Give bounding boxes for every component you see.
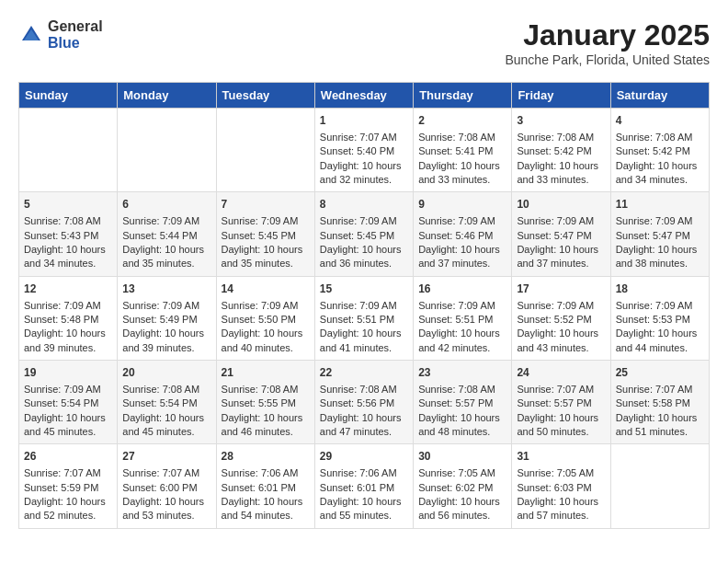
day-info: and 55 minutes.	[320, 509, 408, 523]
logo-icon	[18, 22, 44, 48]
day-info: Sunrise: 7:09 AM	[616, 299, 704, 313]
calendar-cell: 31Sunrise: 7:05 AMSunset: 6:03 PMDayligh…	[512, 444, 610, 528]
day-info: Sunset: 5:44 PM	[122, 229, 210, 243]
day-info: Sunrise: 7:09 AM	[616, 214, 704, 228]
day-info: Daylight: 10 hours	[418, 327, 506, 340]
day-info: Sunset: 5:43 PM	[24, 229, 112, 243]
day-number: 13	[122, 282, 210, 297]
calendar-cell: 25Sunrise: 7:07 AMSunset: 5:58 PMDayligh…	[610, 361, 709, 444]
day-number: 30	[418, 449, 506, 465]
day-info: Sunrise: 7:06 AM	[222, 466, 310, 480]
day-info: Sunset: 5:45 PM	[222, 229, 310, 243]
day-info: Sunrise: 7:09 AM	[24, 383, 112, 396]
day-number: 5	[24, 197, 112, 213]
weekday-header-monday: Monday	[118, 83, 216, 109]
day-info: and 37 minutes.	[418, 257, 506, 270]
day-info: Daylight: 10 hours	[418, 243, 506, 257]
day-info: Daylight: 10 hours	[24, 327, 112, 340]
calendar-cell: 16Sunrise: 7:09 AMSunset: 5:51 PMDayligh…	[414, 276, 512, 360]
day-info: Daylight: 10 hours	[517, 495, 605, 509]
day-number: 27	[122, 449, 210, 465]
day-info: Sunset: 5:48 PM	[24, 313, 112, 327]
calendar-cell: 9Sunrise: 7:09 AMSunset: 5:46 PMDaylight…	[414, 192, 512, 276]
day-info: and 35 minutes.	[222, 257, 310, 270]
day-info: and 53 minutes.	[122, 509, 210, 523]
day-info: Sunrise: 7:09 AM	[122, 299, 210, 313]
weekday-header-saturday: Saturday	[610, 83, 709, 109]
day-info: Sunrise: 7:09 AM	[24, 299, 112, 313]
calendar-cell	[19, 109, 118, 192]
day-info: Sunrise: 7:09 AM	[418, 299, 506, 313]
day-number: 8	[320, 197, 408, 213]
day-info: Daylight: 10 hours	[517, 243, 605, 257]
day-info: Sunrise: 7:09 AM	[222, 214, 310, 228]
day-info: Daylight: 10 hours	[616, 411, 704, 425]
day-info: Daylight: 10 hours	[222, 411, 310, 425]
day-number: 15	[320, 282, 408, 297]
day-info: Sunset: 6:00 PM	[122, 481, 210, 495]
day-info: Sunset: 5:59 PM	[24, 481, 112, 495]
day-info: Sunrise: 7:08 AM	[222, 383, 310, 396]
week-row-2: 5Sunrise: 7:08 AMSunset: 5:43 PMDaylight…	[19, 192, 710, 276]
day-info: Sunrise: 7:09 AM	[517, 214, 605, 228]
day-info: and 39 minutes.	[122, 341, 210, 355]
calendar-cell: 26Sunrise: 7:07 AMSunset: 5:59 PMDayligh…	[19, 444, 118, 528]
calendar-table: SundayMondayTuesdayWednesdayThursdayFrid…	[18, 82, 710, 529]
week-row-1: 1Sunrise: 7:07 AMSunset: 5:40 PMDaylight…	[19, 109, 710, 192]
calendar-cell	[216, 109, 314, 192]
day-info: Sunset: 5:47 PM	[616, 229, 704, 243]
calendar-cell: 15Sunrise: 7:09 AMSunset: 5:51 PMDayligh…	[314, 276, 413, 360]
calendar-cell: 29Sunrise: 7:06 AMSunset: 6:01 PMDayligh…	[314, 444, 413, 528]
day-number: 21	[222, 365, 310, 381]
day-info: Daylight: 10 hours	[222, 327, 310, 340]
day-info: Daylight: 10 hours	[418, 495, 506, 509]
day-info: Daylight: 10 hours	[24, 243, 112, 257]
calendar-cell: 22Sunrise: 7:08 AMSunset: 5:56 PMDayligh…	[314, 361, 413, 444]
day-info: Sunset: 5:54 PM	[24, 396, 112, 410]
day-info: Daylight: 10 hours	[320, 159, 408, 173]
day-info: Sunrise: 7:09 AM	[418, 214, 506, 228]
day-info: Daylight: 10 hours	[222, 243, 310, 257]
day-info: Sunrise: 7:07 AM	[517, 383, 605, 396]
calendar-cell: 5Sunrise: 7:08 AMSunset: 5:43 PMDaylight…	[19, 192, 118, 276]
day-number: 1	[320, 113, 408, 129]
day-info: and 33 minutes.	[418, 173, 506, 187]
calendar-cell: 30Sunrise: 7:05 AMSunset: 6:02 PMDayligh…	[414, 444, 512, 528]
day-info: Daylight: 10 hours	[616, 159, 704, 173]
day-number: 25	[616, 365, 704, 381]
weekday-header-wednesday: Wednesday	[314, 83, 413, 109]
day-info: Sunrise: 7:08 AM	[418, 383, 506, 396]
day-info: Daylight: 10 hours	[517, 159, 605, 173]
calendar-cell: 13Sunrise: 7:09 AMSunset: 5:49 PMDayligh…	[118, 276, 216, 360]
day-info: and 57 minutes.	[517, 509, 605, 523]
calendar-cell: 1Sunrise: 7:07 AMSunset: 5:40 PMDaylight…	[314, 109, 413, 192]
day-info: Sunrise: 7:07 AM	[122, 466, 210, 480]
day-info: and 37 minutes.	[517, 257, 605, 270]
day-info: Sunset: 5:42 PM	[517, 144, 605, 158]
calendar-cell: 17Sunrise: 7:09 AMSunset: 5:52 PMDayligh…	[512, 276, 610, 360]
day-info: Sunrise: 7:08 AM	[616, 131, 704, 144]
day-number: 2	[418, 113, 506, 129]
weekday-header-sunday: Sunday	[19, 83, 118, 109]
day-number: 12	[24, 282, 112, 297]
day-info: Daylight: 10 hours	[222, 495, 310, 509]
day-info: Daylight: 10 hours	[320, 243, 408, 257]
calendar-cell: 2Sunrise: 7:08 AMSunset: 5:41 PMDaylight…	[414, 109, 512, 192]
calendar-cell: 14Sunrise: 7:09 AMSunset: 5:50 PMDayligh…	[216, 276, 314, 360]
day-info: Sunrise: 7:07 AM	[616, 383, 704, 396]
calendar-cell: 20Sunrise: 7:08 AMSunset: 5:54 PMDayligh…	[118, 361, 216, 444]
day-number: 7	[222, 197, 310, 213]
day-info: Daylight: 10 hours	[122, 495, 210, 509]
day-info: Sunrise: 7:06 AM	[320, 466, 408, 480]
day-info: and 44 minutes.	[616, 341, 704, 355]
calendar-cell: 4Sunrise: 7:08 AMSunset: 5:42 PMDaylight…	[610, 109, 709, 192]
day-info: and 40 minutes.	[222, 341, 310, 355]
calendar-cell: 11Sunrise: 7:09 AMSunset: 5:47 PMDayligh…	[610, 192, 709, 276]
page-header: General Blue January 2025 Bunche Park, F…	[18, 18, 710, 67]
calendar-cell: 27Sunrise: 7:07 AMSunset: 6:00 PMDayligh…	[118, 444, 216, 528]
day-info: and 51 minutes.	[616, 425, 704, 439]
day-info: Sunset: 5:42 PM	[616, 144, 704, 158]
day-info: Sunset: 5:47 PM	[517, 229, 605, 243]
day-number: 16	[418, 282, 506, 297]
day-info: and 34 minutes.	[616, 173, 704, 187]
